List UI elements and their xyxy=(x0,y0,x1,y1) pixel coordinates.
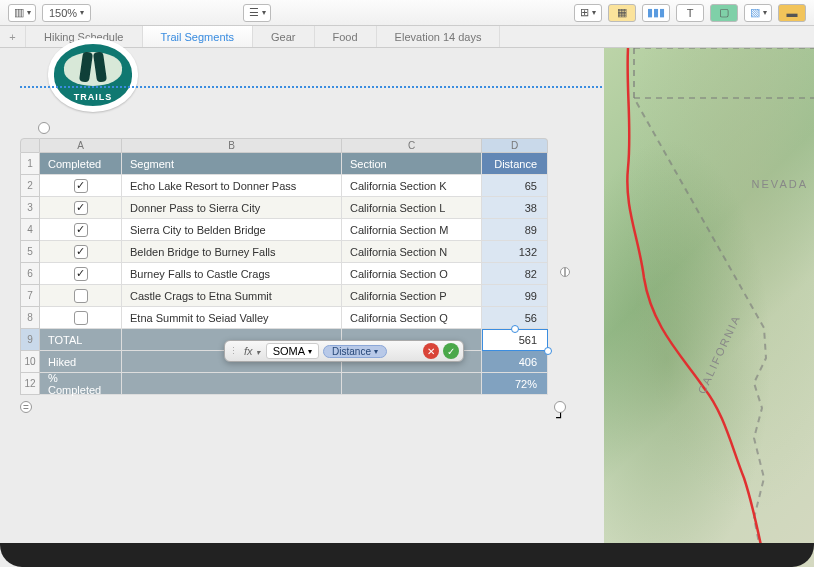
formula-grip-icon[interactable]: ⋮ xyxy=(229,346,238,356)
checkbox-checked-icon[interactable]: ✓ xyxy=(74,267,88,281)
tab-food[interactable]: Food xyxy=(315,26,377,47)
cell-segment[interactable]: Donner Pass to Sierra City xyxy=(122,197,342,219)
cell-completed[interactable]: ✓ xyxy=(40,175,122,197)
header-segment[interactable]: Segment xyxy=(122,153,342,175)
zoom-value: 150% xyxy=(49,7,77,19)
checkbox-icon[interactable] xyxy=(74,311,88,325)
tab-label: Elevation 14 days xyxy=(395,31,482,43)
cell-footer-label[interactable]: % Completed xyxy=(40,373,122,395)
cell-completed[interactable] xyxy=(40,285,122,307)
accept-formula-button[interactable]: ✓ xyxy=(443,343,459,359)
col-header-d[interactable]: D xyxy=(482,138,548,153)
comment-button[interactable]: ▬ xyxy=(778,4,806,22)
checkbox-checked-icon[interactable]: ✓ xyxy=(74,223,88,237)
cell-segment[interactable]: Belden Bridge to Burney Falls xyxy=(122,241,342,263)
row-header[interactable]: 4 xyxy=(20,219,40,241)
row-header[interactable]: 9 xyxy=(20,329,40,351)
checkbox-checked-icon[interactable]: ✓ xyxy=(74,179,88,193)
checkbox-checked-icon[interactable]: ✓ xyxy=(74,201,88,215)
cell-section[interactable]: California Section K xyxy=(342,175,482,197)
view-button[interactable]: ▥▾ xyxy=(8,4,36,22)
device-bezel xyxy=(0,543,814,567)
cell-completed[interactable]: ✓ xyxy=(40,263,122,285)
formula-token[interactable]: Distance▾ xyxy=(323,345,387,358)
cell-distance[interactable]: 38 xyxy=(482,197,548,219)
cell-section[interactable]: California Section O xyxy=(342,263,482,285)
formula-editor[interactable]: ⋮ fx ▾ SOMA▾ Distance▾ ✕ ✓ xyxy=(224,340,464,362)
cell-segment[interactable]: Etna Summit to Seiad Valley xyxy=(122,307,342,329)
tab-label: Trail Segments xyxy=(161,31,235,43)
fx-menu[interactable]: fx ▾ xyxy=(242,345,262,357)
cell-footer-value[interactable]: 72% xyxy=(482,373,548,395)
media-button[interactable]: ▧▾ xyxy=(744,4,772,22)
header-section[interactable]: Section xyxy=(342,153,482,175)
tab-elevation[interactable]: Elevation 14 days xyxy=(377,26,501,47)
row-header[interactable]: 8 xyxy=(20,307,40,329)
chart-button[interactable]: ▮▮▮ xyxy=(642,4,670,22)
col-header-a[interactable]: A xyxy=(40,138,122,153)
table-handle-right[interactable]: ‖ xyxy=(560,267,570,277)
cell-footer-label[interactable]: TOTAL xyxy=(40,329,122,351)
cell-section[interactable]: California Section M xyxy=(342,219,482,241)
cell-distance[interactable]: 82 xyxy=(482,263,548,285)
cell-footer-value[interactable]: 406 xyxy=(482,351,548,373)
checkbox-icon[interactable] xyxy=(74,289,88,303)
table-handle-bottom-right[interactable]: ⌟ xyxy=(554,401,566,413)
row-header[interactable]: 3 xyxy=(20,197,40,219)
row-header[interactable]: 6 xyxy=(20,263,40,285)
row-header[interactable]: 1 xyxy=(20,153,40,175)
row-header[interactable]: 7 xyxy=(20,285,40,307)
cell-segment[interactable]: Castle Crags to Etna Summit xyxy=(122,285,342,307)
table-icon: ▦ xyxy=(617,6,627,19)
cell-footer-label[interactable]: Hiked xyxy=(40,351,122,373)
cell-section[interactable]: California Section P xyxy=(342,285,482,307)
shape-icon: ▢ xyxy=(719,6,729,19)
cell-distance[interactable]: 132 xyxy=(482,241,548,263)
tab-trail-segments[interactable]: Trail Segments xyxy=(143,26,254,47)
cell-section[interactable]: California Section Q xyxy=(342,307,482,329)
row-header[interactable]: 10 xyxy=(20,351,40,373)
cancel-formula-button[interactable]: ✕ xyxy=(423,343,439,359)
cell-segment[interactable]: Sierra City to Belden Bridge xyxy=(122,219,342,241)
table-row: 3✓Donner Pass to Sierra CityCalifornia S… xyxy=(20,197,548,219)
logo-badge: TRAILS xyxy=(48,38,138,120)
shape-button[interactable]: ▢ xyxy=(710,4,738,22)
zoom-select[interactable]: 150%▾ xyxy=(42,4,91,22)
header-completed[interactable]: Completed xyxy=(40,153,122,175)
cell-distance[interactable]: 65 xyxy=(482,175,548,197)
cell-segment[interactable]: Echo Lake Resort to Donner Pass xyxy=(122,175,342,197)
table-handle-bottom-left[interactable]: = xyxy=(20,401,32,413)
row-header[interactable]: 2 xyxy=(20,175,40,197)
text-button[interactable]: T xyxy=(676,4,704,22)
cell-empty[interactable] xyxy=(342,373,482,395)
cell-completed[interactable] xyxy=(40,307,122,329)
cell-distance[interactable]: 89 xyxy=(482,219,548,241)
col-header-b[interactable]: B xyxy=(122,138,342,153)
cell-segment[interactable]: Burney Falls to Castle Crags xyxy=(122,263,342,285)
table-button[interactable]: ▦ xyxy=(608,4,636,22)
text-icon: T xyxy=(687,7,694,19)
cell-completed[interactable]: ✓ xyxy=(40,197,122,219)
cell-empty[interactable] xyxy=(122,373,342,395)
cell-section[interactable]: California Section N xyxy=(342,241,482,263)
chart-icon: ▮▮▮ xyxy=(647,6,665,19)
row-header[interactable]: 12 xyxy=(20,373,40,395)
function-name[interactable]: SOMA▾ xyxy=(266,343,319,359)
header-distance[interactable]: Distance xyxy=(482,153,548,175)
cell-distance[interactable]: 99 xyxy=(482,285,548,307)
col-header-c[interactable]: C xyxy=(342,138,482,153)
corner-cell[interactable] xyxy=(20,138,40,153)
map-image: NEVADA CALIFORNIA xyxy=(604,48,814,567)
row-header[interactable]: 5 xyxy=(20,241,40,263)
checkbox-checked-icon[interactable]: ✓ xyxy=(74,245,88,259)
add-sheet-button[interactable]: + xyxy=(0,26,26,47)
insert-button[interactable]: ⊞▾ xyxy=(574,4,602,22)
tab-label: Gear xyxy=(271,31,295,43)
list-button[interactable]: ☰▾ xyxy=(243,4,271,22)
cell-section[interactable]: California Section L xyxy=(342,197,482,219)
tab-gear[interactable]: Gear xyxy=(253,26,314,47)
cell-total-distance[interactable]: 561 xyxy=(482,329,548,351)
table-handle-top[interactable] xyxy=(38,122,50,134)
cell-completed[interactable]: ✓ xyxy=(40,241,122,263)
cell-completed[interactable]: ✓ xyxy=(40,219,122,241)
